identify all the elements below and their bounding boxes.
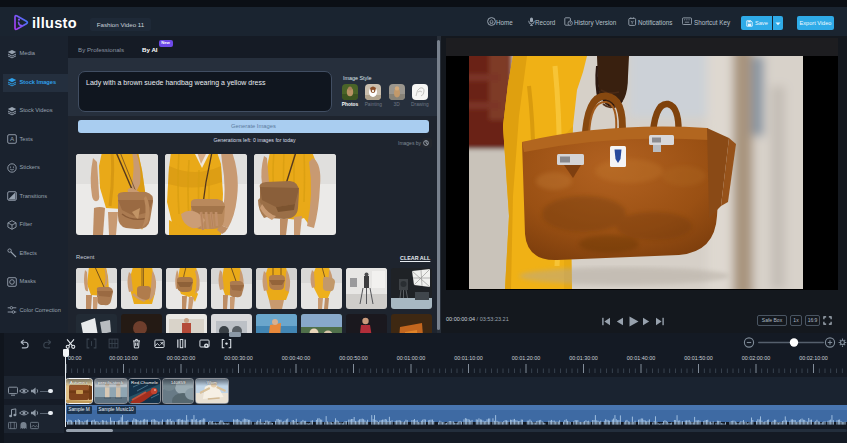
svg-text:00:00:10:00: 00:00:10:00	[109, 355, 137, 361]
svg-text:00:00: 00:00	[68, 355, 82, 361]
svg-text:00:01:00:00: 00:01:00:00	[397, 355, 425, 361]
svg-text:00:00:50:00: 00:00:50:00	[339, 355, 367, 361]
svg-text:00:00:20:00: 00:00:20:00	[167, 355, 195, 361]
svg-text:00:01:20:00: 00:01:20:00	[512, 355, 540, 361]
svg-text:00:01:10:00: 00:01:10:00	[454, 355, 482, 361]
svg-text:00:02:00:00: 00:02:00:00	[742, 355, 770, 361]
svg-text:00:00:30:00: 00:00:30:00	[224, 355, 252, 361]
svg-text:00:01:50:00: 00:01:50:00	[684, 355, 712, 361]
svg-text:00:01:40:00: 00:01:40:00	[627, 355, 655, 361]
svg-text:00:02:10:00: 00:02:10:00	[799, 355, 827, 361]
svg-text:00:00:40:00: 00:00:40:00	[282, 355, 310, 361]
svg-text:A: A	[10, 135, 15, 142]
svg-text:00:01:30:00: 00:01:30:00	[569, 355, 597, 361]
